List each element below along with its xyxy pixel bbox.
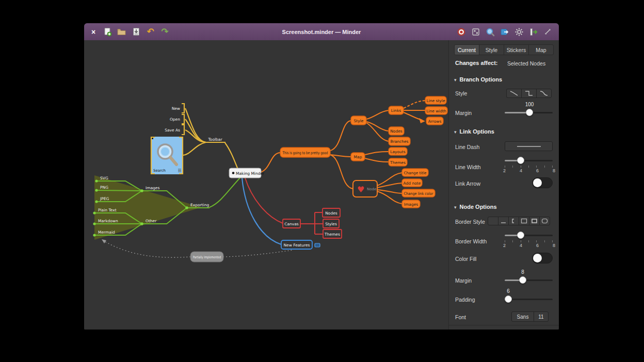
border-style-square-thick-button[interactable]: [529, 217, 540, 225]
node-search[interactable]: Search: [151, 137, 183, 174]
focus-mode-icon[interactable]: [456, 27, 466, 37]
export-image-icon[interactable]: [500, 27, 509, 37]
line-width-slider[interactable]: [505, 157, 553, 164]
node-search-label: Search: [153, 169, 166, 173]
font-size-button[interactable]: 11: [534, 311, 549, 322]
link-options-header[interactable]: ▾Link Options: [454, 128, 494, 135]
border-style-bracket-button[interactable]: [508, 217, 519, 225]
tab-current[interactable]: Current: [454, 44, 479, 55]
border-style-square-button[interactable]: [519, 217, 529, 225]
svg-text:Node: Node: [367, 187, 376, 191]
node-map[interactable]: Map: [351, 153, 365, 161]
map-overview-icon[interactable]: [471, 27, 480, 37]
node-exporting[interactable]: Exporting: [190, 203, 209, 207]
svg-text:Map: Map: [354, 155, 362, 159]
border-width-slider[interactable]: [505, 232, 553, 239]
save-file-icon[interactable]: [131, 27, 141, 37]
svg-text:Layouts: Layouts: [390, 150, 405, 154]
padding-value: 6: [507, 288, 510, 294]
node-images-export[interactable]: Images: [146, 186, 159, 190]
line-dash-button[interactable]: [505, 141, 553, 151]
branch-style-squared-button[interactable]: [521, 89, 537, 98]
svg-text:Change title: Change title: [404, 171, 427, 175]
branch-style-curved-button[interactable]: [536, 89, 552, 98]
node-nodes[interactable]: Nodes: [389, 127, 404, 135]
changes-affect-label: Changes affect:: [455, 60, 498, 66]
dashed-link-new-features: [223, 250, 293, 257]
node-save-as[interactable]: Save As: [165, 128, 180, 133]
svg-text:Making Minder: Making Minder: [236, 171, 265, 176]
tab-map[interactable]: Map: [528, 44, 554, 55]
svg-text:Links: Links: [391, 108, 401, 113]
node-pretty-good[interactable]: This is going to be pretty good: [280, 147, 330, 157]
node-open[interactable]: Open: [170, 117, 180, 122]
tab-stickers[interactable]: Stickers: [504, 44, 529, 55]
open-folder-icon[interactable]: [117, 27, 126, 37]
mindmap-canvas[interactable]: Toolbar New Open Save As Search: [84, 40, 449, 330]
svg-text:Add note: Add note: [404, 181, 421, 186]
node-mermaid[interactable]: Mermaid: [98, 230, 115, 235]
node-style[interactable]: Style: [351, 116, 366, 125]
node-root[interactable]: Making Minder: [229, 168, 265, 178]
settings-icon[interactable]: [514, 27, 524, 37]
node-toolbar[interactable]: Toolbar: [207, 137, 222, 142]
svg-text:Nodes: Nodes: [325, 211, 337, 216]
svg-text:Images: Images: [404, 202, 418, 207]
tab-style[interactable]: Style: [479, 44, 504, 55]
node-line-width[interactable]: Line width: [425, 107, 447, 114]
svg-text:This is going to be pretty goo: This is going to be pretty good: [282, 151, 328, 155]
node-options-header[interactable]: ▾Node Options: [454, 204, 497, 210]
node-links[interactable]: Links: [389, 106, 404, 114]
border-style-none-button[interactable]: [488, 217, 498, 225]
heart-icon: ♥: [357, 185, 364, 194]
node-png[interactable]: PNG: [100, 185, 108, 190]
color-fill-toggle[interactable]: [532, 253, 553, 264]
node-margin-slider[interactable]: [505, 276, 553, 284]
undo-icon[interactable]: ↶: [146, 27, 155, 37]
border-style-rounded-button[interactable]: [539, 217, 550, 225]
node-themes[interactable]: Themes: [389, 158, 407, 166]
link-arrow-toggle[interactable]: [532, 177, 553, 188]
branch-margin-slider[interactable]: [505, 109, 553, 116]
node-branches[interactable]: Branches: [389, 137, 410, 145]
close-button[interactable]: ×: [89, 28, 98, 36]
fullscreen-icon[interactable]: [543, 27, 553, 37]
node-partially-implemented[interactable]: Partially Implemented: [190, 252, 223, 262]
node-canvas-nodes[interactable]: Nodes: [323, 208, 340, 217]
node-change-link-color[interactable]: Change link color: [402, 189, 435, 197]
node-heart-node[interactable]: ♥ Node: [353, 180, 377, 197]
node-svg[interactable]: SVG: [100, 176, 108, 180]
padding-slider[interactable]: [505, 295, 553, 303]
redo-icon[interactable]: ↷: [160, 27, 170, 37]
line-width-tick-labels: 2468: [503, 168, 555, 173]
new-document-icon[interactable]: [102, 27, 112, 37]
node-plain-text[interactable]: Plain Text: [98, 208, 117, 212]
branch-options-header[interactable]: ▾Branch Options: [454, 76, 502, 83]
branch-style-straight-button[interactable]: [506, 89, 522, 98]
node-other[interactable]: Other: [146, 219, 157, 223]
node-canvas-styles[interactable]: Styles: [323, 219, 339, 228]
border-style-label: Border Style: [455, 219, 485, 225]
node-line-style[interactable]: Line style: [425, 96, 446, 104]
node-change-title[interactable]: Change title: [402, 169, 428, 176]
node-add-note[interactable]: Add note: [402, 179, 422, 187]
properties-sidebar: Current Style Stickers Map Changes affec…: [448, 40, 559, 330]
border-style-underline-button[interactable]: [498, 217, 509, 225]
node-layouts[interactable]: Layouts: [389, 147, 407, 155]
node-canvas[interactable]: Canvas: [283, 219, 300, 228]
node-markdown[interactable]: Markdown: [98, 219, 118, 223]
export-share-icon[interactable]: [528, 27, 538, 37]
node-new[interactable]: New: [172, 106, 180, 111]
node-canvas-themes[interactable]: Themes: [323, 229, 342, 238]
zoom-search-icon[interactable]: [485, 27, 495, 37]
node-arrows[interactable]: Arrows: [426, 117, 443, 125]
node-jpeg[interactable]: JPEG: [100, 196, 109, 201]
svg-text:Themes: Themes: [390, 160, 406, 165]
font-family-button[interactable]: Sans: [511, 311, 534, 322]
node-new-features[interactable]: New Features: [281, 240, 312, 249]
changes-affect-value[interactable]: Selected Nodes: [507, 60, 545, 67]
branch-new-features-link: [242, 178, 281, 244]
line-dash-label: Line Dash: [455, 144, 479, 150]
node-images-orange[interactable]: Images: [402, 200, 420, 208]
link-chip-icon[interactable]: [315, 243, 320, 247]
